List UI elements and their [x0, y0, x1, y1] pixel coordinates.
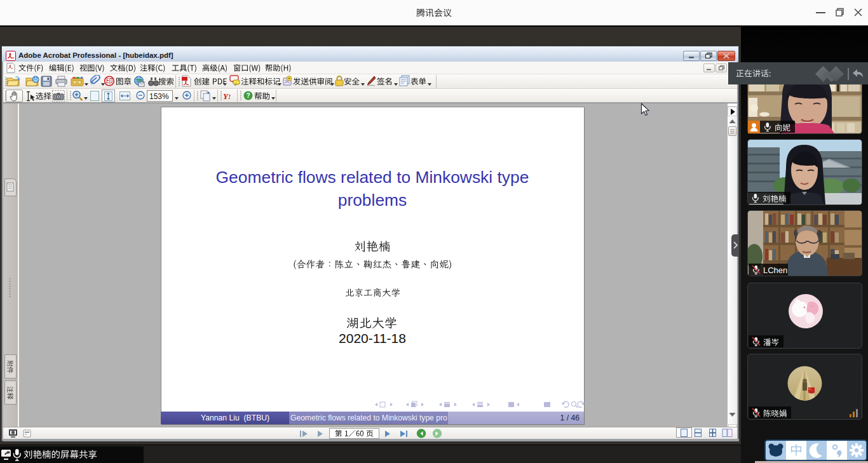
- svg-text:?: ?: [246, 92, 250, 99]
